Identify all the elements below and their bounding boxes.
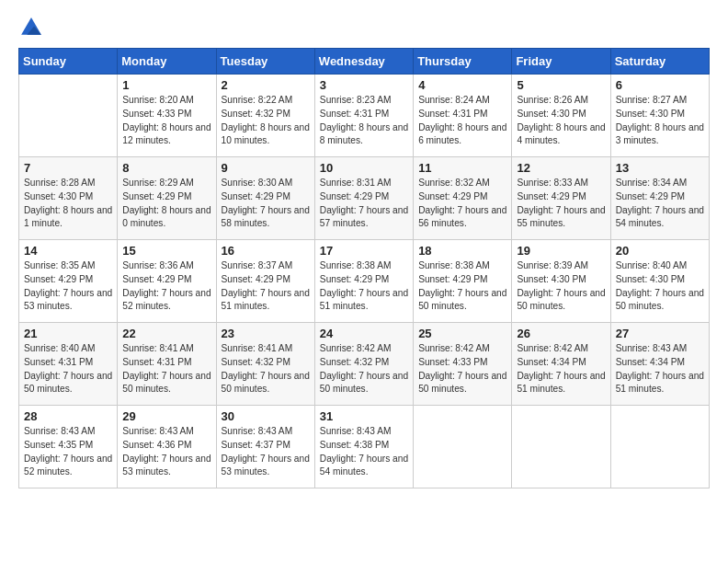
calendar-week-row: 28Sunrise: 8:43 AMSunset: 4:35 PMDayligh…: [19, 406, 710, 488]
calendar-cell: 16Sunrise: 8:37 AMSunset: 4:29 PMDayligh…: [216, 240, 314, 323]
calendar-cell: 14Sunrise: 8:35 AMSunset: 4:29 PMDayligh…: [19, 240, 118, 323]
day-number: 5: [517, 78, 605, 92]
day-number: 31: [320, 409, 408, 423]
day-number: 29: [122, 409, 210, 423]
calendar-cell: 20Sunrise: 8:40 AMSunset: 4:30 PMDayligh…: [610, 240, 709, 323]
calendar-cell: 1Sunrise: 8:20 AMSunset: 4:33 PMDaylight…: [118, 75, 216, 157]
day-info: Sunrise: 8:35 AMSunset: 4:29 PMDaylight:…: [24, 259, 112, 314]
day-number: 27: [616, 327, 704, 340]
day-info: Sunrise: 8:41 AMSunset: 4:31 PMDaylight:…: [122, 342, 210, 396]
day-info: Sunrise: 8:43 AMSunset: 4:38 PMDaylight:…: [320, 425, 408, 479]
day-info: Sunrise: 8:33 AMSunset: 4:29 PMDaylight:…: [517, 177, 605, 231]
day-number: 20: [616, 244, 704, 258]
calendar-cell: 27Sunrise: 8:43 AMSunset: 4:34 PMDayligh…: [610, 323, 709, 406]
day-info: Sunrise: 8:32 AMSunset: 4:29 PMDaylight:…: [418, 177, 506, 231]
day-number: 30: [222, 409, 310, 423]
calendar-cell: 5Sunrise: 8:26 AMSunset: 4:30 PMDaylight…: [512, 75, 610, 157]
calendar-week-row: 7Sunrise: 8:28 AMSunset: 4:30 PMDaylight…: [19, 157, 710, 240]
day-info: Sunrise: 8:40 AMSunset: 4:31 PMDaylight:…: [24, 342, 112, 396]
calendar-cell: 6Sunrise: 8:27 AMSunset: 4:30 PMDaylight…: [610, 75, 709, 157]
page-header: [18, 15, 710, 40]
day-info: Sunrise: 8:42 AMSunset: 4:33 PMDaylight:…: [418, 342, 506, 396]
day-number: 26: [517, 327, 605, 340]
day-number: 8: [122, 161, 210, 175]
day-number: 3: [320, 78, 408, 92]
day-info: Sunrise: 8:34 AMSunset: 4:29 PMDaylight:…: [616, 177, 704, 231]
day-number: 4: [418, 78, 506, 92]
day-info: Sunrise: 8:43 AMSunset: 4:36 PMDaylight:…: [122, 425, 210, 479]
day-info: Sunrise: 8:41 AMSunset: 4:32 PMDaylight:…: [222, 342, 310, 396]
day-info: Sunrise: 8:22 AMSunset: 4:32 PMDaylight:…: [222, 94, 310, 148]
calendar-week-row: 1Sunrise: 8:20 AMSunset: 4:33 PMDaylight…: [19, 75, 710, 157]
day-info: Sunrise: 8:42 AMSunset: 4:34 PMDaylight:…: [517, 342, 605, 396]
calendar-header-row: SundayMondayTuesdayWednesdayThursdayFrid…: [19, 49, 710, 75]
day-info: Sunrise: 8:42 AMSunset: 4:32 PMDaylight:…: [320, 342, 408, 396]
calendar-cell: 3Sunrise: 8:23 AMSunset: 4:31 PMDaylight…: [314, 75, 413, 157]
day-info: Sunrise: 8:43 AMSunset: 4:34 PMDaylight:…: [616, 342, 704, 396]
calendar-day-header: Tuesday: [216, 49, 314, 75]
day-number: 24: [320, 327, 408, 340]
calendar-cell: 28Sunrise: 8:43 AMSunset: 4:35 PMDayligh…: [19, 406, 118, 488]
day-info: Sunrise: 8:36 AMSunset: 4:29 PMDaylight:…: [122, 259, 210, 314]
day-number: 23: [222, 327, 310, 340]
calendar-cell: 4Sunrise: 8:24 AMSunset: 4:31 PMDaylight…: [414, 75, 512, 157]
calendar-cell: 24Sunrise: 8:42 AMSunset: 4:32 PMDayligh…: [314, 323, 413, 406]
day-number: 16: [222, 244, 310, 258]
day-number: 21: [24, 327, 112, 340]
day-number: 2: [222, 78, 310, 92]
day-number: 7: [24, 161, 112, 175]
calendar-cell: 19Sunrise: 8:39 AMSunset: 4:30 PMDayligh…: [512, 240, 610, 323]
calendar-day-header: Friday: [512, 49, 610, 75]
calendar-day-header: Sunday: [19, 49, 118, 75]
generalblue-icon: [18, 15, 44, 40]
day-info: Sunrise: 8:26 AMSunset: 4:30 PMDaylight:…: [517, 94, 605, 148]
calendar-cell: 21Sunrise: 8:40 AMSunset: 4:31 PMDayligh…: [19, 323, 118, 406]
calendar-cell: 10Sunrise: 8:31 AMSunset: 4:29 PMDayligh…: [314, 157, 413, 240]
day-info: Sunrise: 8:31 AMSunset: 4:29 PMDaylight:…: [320, 177, 408, 231]
calendar-day-header: Saturday: [610, 49, 709, 75]
day-number: 25: [418, 327, 506, 340]
calendar-table: SundayMondayTuesdayWednesdayThursdayFrid…: [18, 48, 710, 488]
calendar-cell: 7Sunrise: 8:28 AMSunset: 4:30 PMDaylight…: [19, 157, 118, 240]
day-info: Sunrise: 8:24 AMSunset: 4:31 PMDaylight:…: [418, 94, 506, 148]
day-number: 11: [418, 161, 506, 175]
day-number: 22: [122, 327, 210, 340]
calendar-cell: [512, 406, 610, 488]
calendar-cell: 15Sunrise: 8:36 AMSunset: 4:29 PMDayligh…: [118, 240, 216, 323]
day-info: Sunrise: 8:37 AMSunset: 4:29 PMDaylight:…: [222, 259, 310, 314]
calendar-cell: 2Sunrise: 8:22 AMSunset: 4:32 PMDaylight…: [216, 75, 314, 157]
calendar-day-header: Monday: [118, 49, 216, 75]
day-number: 28: [24, 409, 112, 423]
day-info: Sunrise: 8:43 AMSunset: 4:37 PMDaylight:…: [222, 425, 310, 479]
day-info: Sunrise: 8:38 AMSunset: 4:29 PMDaylight:…: [320, 259, 408, 314]
day-number: 10: [320, 161, 408, 175]
calendar-cell: [414, 406, 512, 488]
day-number: 15: [122, 244, 210, 258]
day-info: Sunrise: 8:20 AMSunset: 4:33 PMDaylight:…: [122, 94, 210, 148]
day-number: 9: [222, 161, 310, 175]
calendar-cell: 12Sunrise: 8:33 AMSunset: 4:29 PMDayligh…: [512, 157, 610, 240]
calendar-cell: 13Sunrise: 8:34 AMSunset: 4:29 PMDayligh…: [610, 157, 709, 240]
calendar-cell: 18Sunrise: 8:38 AMSunset: 4:29 PMDayligh…: [414, 240, 512, 323]
day-number: 17: [320, 244, 408, 258]
day-number: 19: [517, 244, 605, 258]
calendar-cell: [19, 75, 118, 157]
day-info: Sunrise: 8:23 AMSunset: 4:31 PMDaylight:…: [320, 94, 408, 148]
day-number: 13: [616, 161, 704, 175]
calendar-cell: [610, 406, 709, 488]
calendar-cell: 9Sunrise: 8:30 AMSunset: 4:29 PMDaylight…: [216, 157, 314, 240]
calendar-cell: 31Sunrise: 8:43 AMSunset: 4:38 PMDayligh…: [314, 406, 413, 488]
calendar-cell: 26Sunrise: 8:42 AMSunset: 4:34 PMDayligh…: [512, 323, 610, 406]
day-info: Sunrise: 8:43 AMSunset: 4:35 PMDaylight:…: [24, 425, 112, 479]
calendar-day-header: Wednesday: [314, 49, 413, 75]
calendar-cell: 11Sunrise: 8:32 AMSunset: 4:29 PMDayligh…: [414, 157, 512, 240]
day-number: 6: [616, 78, 704, 92]
calendar-cell: 25Sunrise: 8:42 AMSunset: 4:33 PMDayligh…: [414, 323, 512, 406]
calendar-cell: 8Sunrise: 8:29 AMSunset: 4:29 PMDaylight…: [118, 157, 216, 240]
calendar-cell: 23Sunrise: 8:41 AMSunset: 4:32 PMDayligh…: [216, 323, 314, 406]
day-number: 14: [24, 244, 112, 258]
day-info: Sunrise: 8:30 AMSunset: 4:29 PMDaylight:…: [222, 177, 310, 231]
calendar-day-header: Thursday: [414, 49, 512, 75]
logo: [18, 15, 48, 40]
calendar-week-row: 21Sunrise: 8:40 AMSunset: 4:31 PMDayligh…: [19, 323, 710, 406]
